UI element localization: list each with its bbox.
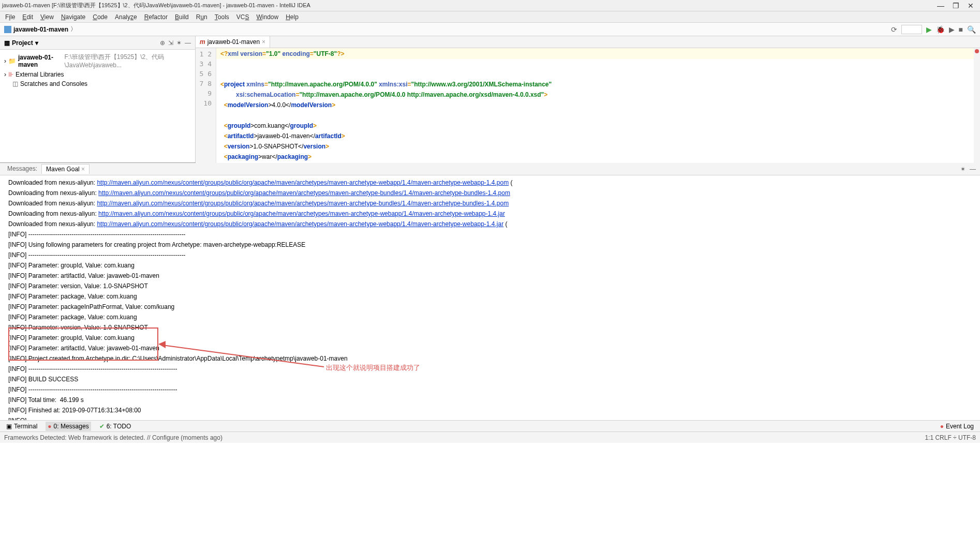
download-link[interactable]: http://maven.aliyun.com/nexus/content/gr…	[98, 210, 505, 217]
menu-build[interactable]: Build	[172, 12, 192, 22]
menu-bar: File Edit View Navigate Code Analyze Ref…	[0, 11, 980, 23]
close-tab-icon[interactable]: ×	[81, 166, 85, 173]
download-link[interactable]: http://maven.aliyun.com/nexus/content/gr…	[97, 200, 509, 207]
window-controls: — ❐ ✕	[937, 2, 978, 10]
menu-file[interactable]: File	[2, 12, 18, 22]
tree-external-libs[interactable]: › ⊪ External Libraries	[4, 70, 191, 79]
download-link[interactable]: http://maven.aliyun.com/nexus/content/gr…	[97, 179, 509, 186]
menu-refactor[interactable]: Refactor	[141, 12, 171, 22]
menu-help[interactable]: Help	[283, 12, 302, 22]
library-icon: ⊪	[8, 71, 13, 78]
line-gutter: 1 2 3 4 5 6 7 8 9 10	[196, 48, 216, 163]
minimize-icon[interactable]: —	[937, 2, 944, 10]
breadcrumb-bar: javaweb-01-maven 〉 ⟳ ▶ 🐞 ▶ ■ 🔍	[0, 23, 980, 36]
run-config-dropdown[interactable]	[901, 25, 922, 34]
project-panel: ▦ Project ▾ ⊕ ⇲ ✶ — › 📁 javaweb-01-maven…	[0, 36, 196, 162]
close-tab-icon[interactable]: ×	[262, 38, 265, 46]
breadcrumb[interactable]: javaweb-01-maven 〉	[4, 25, 77, 34]
main-area: ▦ Project ▾ ⊕ ⇲ ✶ — › 📁 javaweb-01-maven…	[0, 36, 980, 162]
menu-vcs[interactable]: VCS	[233, 12, 253, 22]
annotation-text: 出现这个就说明项目搭建成功了	[326, 363, 420, 373]
hide-icon[interactable]: —	[970, 166, 976, 173]
bottom-tab-todo[interactable]: ✔6: TODO	[97, 422, 133, 431]
project-icon	[4, 26, 11, 33]
project-header: ▦ Project ▾ ⊕ ⇲ ✶ —	[0, 36, 195, 50]
menu-navigate[interactable]: Navigate	[58, 12, 88, 22]
editor-tab-pom[interactable]: m javaweb-01-maven ×	[196, 36, 270, 48]
status-bar: Frameworks Detected: Web framework is de…	[0, 431, 980, 443]
breadcrumb-project: javaweb-01-maven	[13, 26, 68, 33]
editor-tabs: m javaweb-01-maven ×	[196, 36, 980, 48]
project-title[interactable]: ▦ Project ▾	[4, 39, 38, 47]
folder-icon: 📁	[8, 57, 16, 65]
bottom-tab-messages[interactable]: ●0: Messages	[46, 422, 91, 431]
gear-icon[interactable]: ✶	[960, 166, 966, 173]
bottom-tool-tabs: ▣Terminal ●0: Messages ✔6: TODO ●Event L…	[0, 420, 980, 431]
messages-panel: Messages: Maven Goal × ✶ — Downloaded fr…	[0, 162, 980, 420]
tree-scratches[interactable]: ◫ Scratches and Consoles	[4, 79, 191, 88]
messages-tabs: Messages: Maven Goal ×	[4, 164, 90, 174]
terminal-icon: ▣	[6, 423, 12, 430]
project-tree[interactable]: › 📁 javaweb-01-maven F:\班级管理\西开【19525】\2…	[0, 50, 195, 91]
sync-icon[interactable]: ⟳	[891, 25, 897, 34]
bottom-tab-eventlog[interactable]: ●Event Log	[938, 422, 976, 431]
messages-body[interactable]: Downloaded from nexus-aliyun: http://mav…	[0, 175, 980, 420]
menu-view[interactable]: View	[37, 12, 57, 22]
chevron-down-icon[interactable]: ▾	[35, 39, 38, 47]
error-marker[interactable]	[975, 49, 979, 53]
maximize-icon[interactable]: ❐	[953, 2, 959, 10]
messages-icon: ●	[48, 423, 51, 430]
maven-file-icon: m	[200, 38, 205, 46]
gear-icon[interactable]: ✶	[176, 39, 182, 47]
hide-icon[interactable]: —	[185, 39, 191, 47]
error-stripe[interactable]	[974, 48, 980, 163]
breadcrumb-chevron: 〉	[70, 25, 77, 34]
menu-tools[interactable]: Tools	[212, 12, 232, 22]
project-header-icons: ⊕ ⇲ ✶ —	[160, 39, 191, 47]
eventlog-icon: ●	[940, 423, 944, 430]
debug-icon[interactable]: 🐞	[936, 25, 945, 34]
target-icon[interactable]: ⊕	[160, 39, 165, 47]
editor-content[interactable]: 1 2 3 4 5 6 7 8 9 10 <?xml version="1.0"…	[196, 48, 980, 163]
collapse-icon[interactable]: ⇲	[168, 39, 173, 47]
toolbar-run-group: ⟳ ▶ 🐞 ▶ ■ 🔍	[891, 25, 976, 34]
messages-label: Messages:	[4, 164, 40, 174]
run-cov-icon[interactable]: ▶	[949, 25, 955, 34]
bottom-tab-terminal[interactable]: ▣Terminal	[4, 422, 39, 431]
close-icon[interactable]: ✕	[968, 2, 974, 10]
expand-icon[interactable]: ›	[4, 71, 6, 78]
menu-window[interactable]: Window	[253, 12, 281, 22]
search-icon[interactable]: 🔍	[967, 25, 976, 34]
download-link[interactable]: http://maven.aliyun.com/nexus/content/gr…	[97, 220, 503, 228]
code-area[interactable]: <?xml version="1.0" encoding="UTF-8"?> <…	[216, 48, 980, 163]
download-link[interactable]: http://maven.aliyun.com/nexus/content/gr…	[98, 189, 510, 197]
messages-tab-maven[interactable]: Maven Goal ×	[41, 164, 90, 174]
scratch-icon: ◫	[12, 80, 18, 87]
project-tool-icon: ▦	[4, 39, 10, 47]
status-left: Frameworks Detected: Web framework is de…	[4, 434, 222, 441]
menu-analyze[interactable]: Analyze	[112, 12, 140, 22]
menu-run[interactable]: Run	[193, 12, 211, 22]
status-right: 1:1 CRLF ÷ UTF-8	[925, 434, 976, 441]
run-icon[interactable]: ▶	[926, 25, 932, 34]
tree-root[interactable]: › 📁 javaweb-01-maven F:\班级管理\西开【19525】\2…	[4, 52, 191, 70]
window-title: javaweb-01-maven [F:\班级管理\西开【19525】\2、代码…	[2, 2, 310, 9]
todo-icon: ✔	[99, 423, 105, 430]
menu-edit[interactable]: Edit	[19, 12, 36, 22]
editor-panel: m javaweb-01-maven × 1 2 3 4 5 6 7 8 9 1…	[196, 36, 980, 162]
messages-tools: ✶ —	[960, 166, 976, 173]
title-bar: javaweb-01-maven [F:\班级管理\西开【19525】\2、代码…	[0, 0, 980, 11]
messages-header: Messages: Maven Goal × ✶ —	[0, 163, 980, 175]
stop-icon[interactable]: ■	[959, 25, 963, 34]
menu-code[interactable]: Code	[90, 12, 111, 22]
expand-icon[interactable]: ›	[4, 57, 6, 65]
